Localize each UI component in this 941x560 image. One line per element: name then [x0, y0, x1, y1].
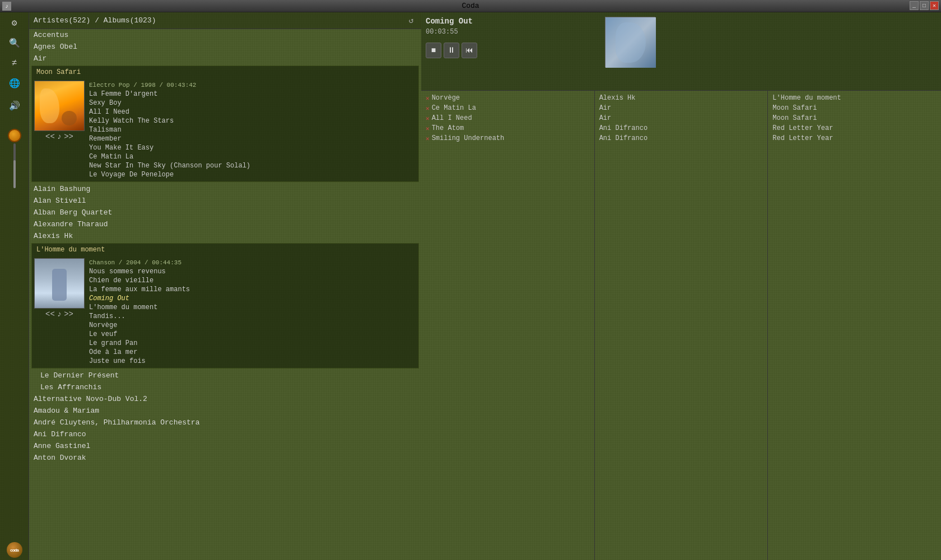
prev-button[interactable]: ⏮: [462, 43, 477, 58]
artist-row[interactable]: Ani Difranco: [29, 428, 421, 440]
track-row[interactable]: New Star In The Sky (Chanson pour Solal): [89, 161, 416, 170]
track-row[interactable]: La femme aux mille amants: [89, 285, 416, 294]
library-scroll[interactable]: Accentus Agnes Obel Air Moon Safari << ♪: [29, 29, 421, 560]
prev-track-button[interactable]: <<: [45, 310, 55, 319]
track-row[interactable]: Le veuf: [89, 330, 416, 339]
track-row[interactable]: Tandis...: [89, 312, 416, 321]
artist-row[interactable]: Alexis Hk: [29, 230, 421, 242]
track-row[interactable]: Juste une fois: [89, 357, 416, 366]
queue-remove-button[interactable]: ✕: [426, 105, 430, 112]
queue-album-name: Red Letter Year: [772, 134, 833, 142]
queue-item[interactable]: Ani Difranco: [597, 133, 766, 143]
now-playing-info: Coming Out 00:03:55 ■ ⏸ ⏮: [421, 12, 600, 90]
refresh-button[interactable]: ↺: [406, 15, 417, 26]
album-name[interactable]: L'Homme du moment: [32, 244, 418, 256]
stop-button[interactable]: ■: [426, 43, 441, 58]
artist-row[interactable]: Alexandre Tharaud: [29, 218, 421, 230]
queue-artist-name: Air: [599, 114, 612, 122]
album-art-image: [605, 17, 656, 68]
queue-track-name[interactable]: The Atom: [432, 124, 464, 132]
queue-item[interactable]: Air: [597, 113, 766, 123]
queue-item[interactable]: Ani Difranco: [597, 123, 766, 133]
track-row[interactable]: Le Voyage De Penelope: [89, 170, 416, 179]
queue-item[interactable]: Moon Safari: [770, 103, 939, 113]
album-art-now-playing: [605, 17, 655, 67]
queue-item: ✕ Smiling Underneath: [423, 133, 592, 143]
app-icon: ♪: [2, 2, 11, 11]
queue-track-name[interactable]: Smiling Underneath: [432, 134, 505, 142]
next-track-button[interactable]: >>: [64, 310, 73, 319]
volume-control: [8, 129, 21, 188]
queue-remove-button[interactable]: ✕: [426, 115, 430, 122]
note-icon: ♪: [57, 132, 62, 141]
track-row[interactable]: Kelly Watch The Stars: [89, 116, 416, 125]
artist-row[interactable]: Alternative Novo-Dub Vol.2: [29, 393, 421, 405]
album-tracks: Electro Pop / 1998 / 00:43:42 La Femme D…: [85, 81, 416, 179]
filter-icon[interactable]: ≠: [6, 55, 23, 72]
artist-row[interactable]: Les Affranchis: [29, 381, 421, 393]
track-row[interactable]: Le grand Pan: [89, 339, 416, 348]
queue-remove-button[interactable]: ✕: [426, 135, 430, 142]
track-row[interactable]: L'homme du moment: [89, 303, 416, 312]
library-header-title: Artistes(522) / Albums(1023): [34, 16, 156, 25]
artist-row[interactable]: Le Dernier Présent: [29, 370, 421, 381]
track-row[interactable]: Talisman: [89, 125, 416, 134]
maximize-button[interactable]: □: [920, 1, 929, 10]
globe-icon[interactable]: 🌐: [6, 75, 23, 92]
now-playing-section: Coming Out 00:03:55 ■ ⏸ ⏮: [421, 12, 941, 91]
artist-row[interactable]: Alain Bashung: [29, 183, 421, 195]
artist-row[interactable]: Alan Stivell: [29, 195, 421, 207]
queue-album-name: Red Letter Year: [772, 124, 833, 132]
coda-logo[interactable]: coda: [7, 542, 22, 558]
album-expanded: L'Homme du moment << ♪ >> Chanson / 2: [31, 243, 419, 368]
queue-remove-button[interactable]: ✕: [426, 125, 430, 132]
queue-item[interactable]: Red Letter Year: [770, 123, 939, 133]
settings-icon[interactable]: ⚙: [6, 15, 23, 31]
track-row[interactable]: Chien de vieille: [89, 276, 416, 285]
queue-section: ✕ Norvège ✕ Ce Matin La ✕ All I Need ✕ T…: [421, 91, 941, 560]
track-row[interactable]: Sexy Boy: [89, 99, 416, 108]
search-icon[interactable]: 🔍: [6, 35, 23, 52]
album-name[interactable]: Moon Safari: [32, 66, 418, 78]
track-row[interactable]: Ce Matin La: [89, 152, 416, 161]
main-layout: ⚙ 🔍 ≠ 🌐 🔊 coda Artistes(522) / Albums(10…: [0, 12, 941, 560]
prev-track-button[interactable]: <<: [45, 132, 55, 141]
queue-track-name[interactable]: All I Need: [432, 114, 472, 122]
queue-track-name[interactable]: Norvège: [432, 94, 460, 102]
queue-item[interactable]: Alexis Hk: [597, 93, 766, 103]
artist-row[interactable]: Air: [29, 53, 421, 64]
next-track-button[interactable]: >>: [64, 132, 73, 141]
artist-row[interactable]: André Cluytens, Philharmonia Orchestra: [29, 417, 421, 428]
close-button[interactable]: ✕: [930, 1, 939, 10]
track-row[interactable]: You Make It Easy: [89, 143, 416, 152]
queue-track-name[interactable]: Ce Matin La: [432, 104, 476, 112]
volume-knob[interactable]: [8, 129, 21, 142]
artist-row[interactable]: Anne Gastinel: [29, 440, 421, 452]
artist-row[interactable]: Alban Berg Quartet: [29, 207, 421, 218]
artist-row[interactable]: Agnes Obel: [29, 41, 421, 53]
sidebar: ⚙ 🔍 ≠ 🌐 🔊 coda: [0, 12, 29, 560]
pause-button[interactable]: ⏸: [444, 43, 459, 58]
artist-row[interactable]: Anton Dvorak: [29, 452, 421, 464]
queue-item[interactable]: Red Letter Year: [770, 133, 939, 143]
track-row-playing[interactable]: Coming Out: [89, 294, 416, 303]
track-row[interactable]: La Femme D'argent: [89, 90, 416, 99]
speaker-icon[interactable]: 🔊: [6, 97, 23, 114]
minimize-button[interactable]: _: [910, 1, 919, 10]
track-row[interactable]: Nous sommes revenus: [89, 267, 416, 276]
queue-artist-name: Air: [599, 104, 612, 112]
track-row[interactable]: Norvège: [89, 321, 416, 330]
artist-row[interactable]: Accentus: [29, 29, 421, 41]
queue-item: ✕ The Atom: [423, 123, 592, 133]
track-row[interactable]: Ode à la mer: [89, 348, 416, 357]
album-art: [34, 81, 85, 131]
queue-item[interactable]: L'Homme du moment: [770, 93, 939, 103]
volume-slider[interactable]: [13, 143, 16, 188]
queue-artist-name: Ani Difranco: [599, 134, 647, 142]
queue-item[interactable]: Moon Safari: [770, 113, 939, 123]
track-row[interactable]: Remember: [89, 134, 416, 143]
artist-row[interactable]: Amadou & Mariam: [29, 405, 421, 417]
queue-remove-button[interactable]: ✕: [426, 95, 430, 102]
queue-item[interactable]: Air: [597, 103, 766, 113]
track-row[interactable]: All I Need: [89, 108, 416, 116]
